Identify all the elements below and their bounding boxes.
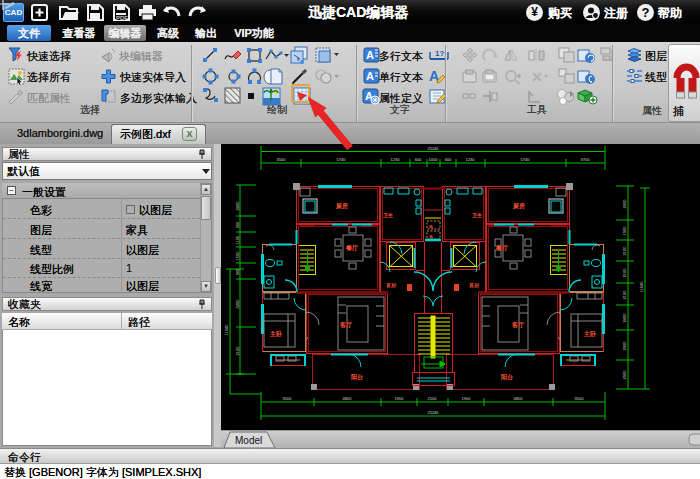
svg-text:首层: 首层 xyxy=(386,282,397,289)
svg-text:A: A xyxy=(366,70,374,82)
svg-text:11040: 11040 xyxy=(224,324,229,336)
svg-text:2100: 2100 xyxy=(622,268,627,278)
svg-text:1?: 1? xyxy=(435,49,444,58)
svg-text:1000: 1000 xyxy=(429,157,439,162)
svg-text:1100: 1100 xyxy=(235,235,240,244)
svg-text:卫生: 卫生 xyxy=(382,212,393,218)
svg-text:2100: 2100 xyxy=(235,346,240,356)
svg-text:25240: 25240 xyxy=(427,410,439,415)
svg-text:3500: 3500 xyxy=(277,157,287,162)
svg-text:1900: 1900 xyxy=(395,396,405,401)
svg-text:5740: 5740 xyxy=(521,157,531,162)
svg-text:11040: 11040 xyxy=(639,281,644,293)
svg-text:4200: 4200 xyxy=(235,299,240,309)
svg-text:2100: 2100 xyxy=(622,290,627,300)
svg-text:3500: 3500 xyxy=(575,396,585,401)
svg-text:2400: 2400 xyxy=(235,201,240,211)
svg-text:Model: Model xyxy=(235,435,262,446)
svg-text:4800: 4800 xyxy=(343,396,353,401)
svg-text:600: 600 xyxy=(415,157,422,162)
svg-text:阳台: 阳台 xyxy=(501,373,513,381)
svg-text:餐厅: 餐厅 xyxy=(345,244,358,252)
svg-text:2100: 2100 xyxy=(622,246,627,256)
svg-text:2400: 2400 xyxy=(622,199,627,209)
svg-text:2900: 2900 xyxy=(622,341,627,351)
svg-text:风: 风 xyxy=(428,224,433,229)
svg-text:客厅: 客厅 xyxy=(511,321,524,329)
svg-text:PDF: PDF xyxy=(116,15,128,21)
svg-text:厨房: 厨房 xyxy=(512,202,525,210)
svg-text:主卧: 主卧 xyxy=(583,330,597,337)
svg-text:5740: 5740 xyxy=(337,157,347,162)
svg-text:1230: 1230 xyxy=(391,157,401,162)
svg-text:厨房: 厨房 xyxy=(335,202,348,210)
svg-text:2100: 2100 xyxy=(428,396,438,401)
svg-text:1900: 1900 xyxy=(622,226,627,236)
svg-text:卫生: 卫生 xyxy=(471,212,482,218)
svg-text:餐厅: 餐厅 xyxy=(495,244,508,252)
svg-text:3500: 3500 xyxy=(283,396,293,401)
svg-text:600: 600 xyxy=(445,157,452,162)
svg-text:1230: 1230 xyxy=(466,157,476,162)
svg-text:2900: 2900 xyxy=(622,370,627,380)
svg-text:首层: 首层 xyxy=(469,282,480,289)
svg-text:1900: 1900 xyxy=(462,396,472,401)
svg-text:客厅: 客厅 xyxy=(339,321,352,329)
svg-text:4800: 4800 xyxy=(514,396,524,401)
svg-text:A: A xyxy=(366,49,374,61)
svg-text:2400: 2400 xyxy=(622,313,627,323)
svg-text:主卧: 主卧 xyxy=(269,330,283,337)
svg-text:阳台: 阳台 xyxy=(351,373,363,381)
svg-text:25240: 25240 xyxy=(427,146,439,151)
svg-text:900: 900 xyxy=(235,221,240,228)
svg-text:1500: 1500 xyxy=(235,251,240,261)
svg-text:风: 风 xyxy=(428,234,433,239)
svg-text:900: 900 xyxy=(235,268,240,275)
svg-text:3700: 3700 xyxy=(581,157,591,162)
